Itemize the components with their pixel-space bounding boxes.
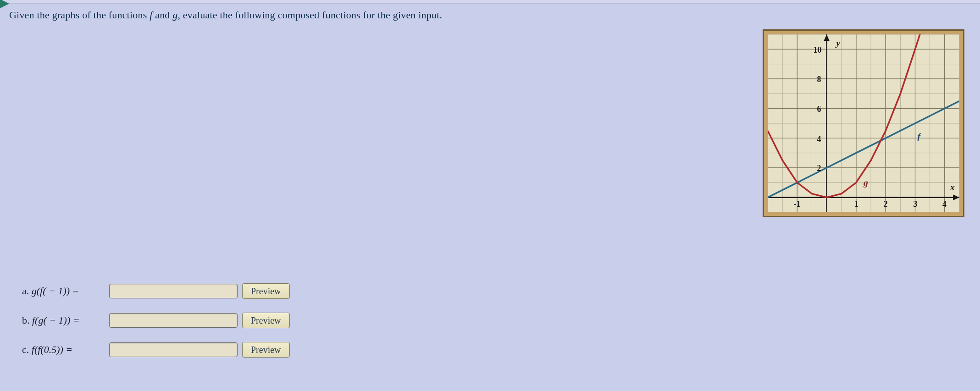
preview-button-a[interactable]: Preview — [242, 283, 290, 299]
graph-figure: -1 1 2 3 4 2 4 6 8 10 y x f g — [763, 29, 964, 217]
axis-label-x: x — [950, 182, 955, 192]
row-c: c. f(f(0.5)) = Preview — [22, 342, 290, 358]
question-body: Given the graphs of the functions f and … — [0, 4, 980, 391]
answer-input-b[interactable] — [109, 313, 238, 328]
top-strip — [0, 0, 980, 4]
ytick-6: 6 — [817, 105, 821, 114]
ytick-10: 10 — [814, 45, 822, 55]
answer-input-a[interactable] — [109, 284, 238, 298]
xtick-n1: -1 — [794, 199, 801, 209]
ytick-4: 4 — [817, 134, 821, 143]
graph-svg: -1 1 2 3 4 2 4 6 8 10 y x f g — [768, 34, 959, 212]
label-b: b. f(g( − 1)) = — [22, 314, 105, 326]
xtick-3: 3 — [913, 199, 917, 209]
preview-button-b[interactable]: Preview — [242, 313, 290, 328]
row-b: b. f(g( − 1)) = Preview — [22, 313, 290, 328]
axis-label-y: y — [835, 38, 840, 48]
xtick-2: 2 — [884, 199, 888, 209]
prompt-text: Given the graphs of the functions f and … — [9, 9, 971, 21]
ytick-2: 2 — [817, 164, 821, 173]
xtick-1: 1 — [854, 199, 858, 209]
preview-button-c[interactable]: Preview — [242, 342, 290, 358]
row-a: a. g(f( − 1)) = Preview — [22, 283, 290, 299]
xtick-4: 4 — [942, 199, 947, 209]
ytick-8: 8 — [817, 75, 821, 84]
label-a: a. g(f( − 1)) = — [22, 285, 105, 297]
answer-inputs: a. g(f( − 1)) = Preview b. f(g( − 1)) = … — [22, 283, 290, 371]
series-label-g: g — [863, 177, 868, 187]
answer-input-c[interactable] — [109, 342, 238, 357]
label-c: c. f(f(0.5)) = — [22, 344, 105, 356]
